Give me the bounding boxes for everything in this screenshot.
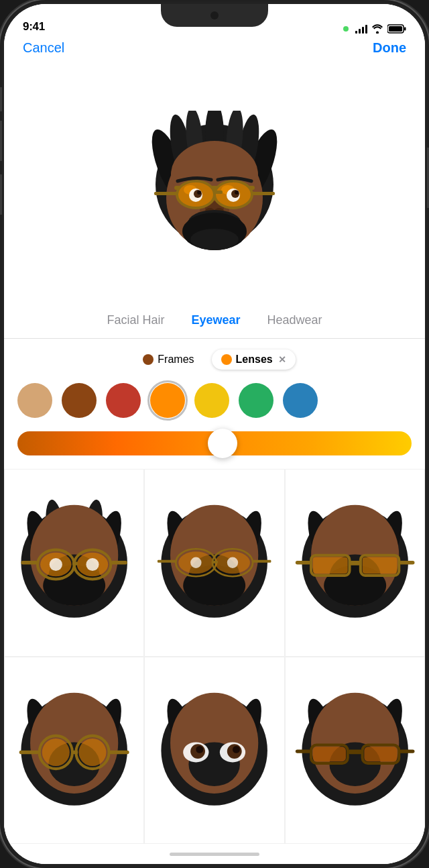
home-bar: [170, 853, 259, 856]
cancel-button[interactable]: Cancel: [23, 40, 64, 56]
swatch-brown[interactable]: [62, 383, 97, 418]
svg-rect-27: [213, 191, 223, 194]
swatch-orange[interactable]: [150, 383, 185, 418]
home-indicator: [4, 844, 425, 864]
svg-rect-49: [21, 561, 38, 564]
svg-rect-65: [253, 560, 271, 563]
tab-headwear[interactable]: Headwear: [254, 311, 336, 330]
volume-down-button[interactable]: [0, 174, 2, 215]
memoji-style-6: [291, 663, 419, 838]
svg-rect-90: [72, 750, 78, 753]
phone-screen: 9:41: [4, 4, 425, 864]
done-button[interactable]: Done: [373, 40, 406, 56]
swatch-blue[interactable]: [283, 383, 318, 418]
svg-point-87: [42, 738, 70, 765]
svg-rect-114: [295, 749, 310, 753]
swatch-green[interactable]: [239, 383, 273, 418]
svg-rect-77: [362, 557, 397, 574]
memoji-cell-3[interactable]: [285, 469, 425, 657]
status-time: 9:41: [23, 20, 45, 34]
wifi-icon: [371, 24, 383, 34]
svg-rect-112: [364, 747, 397, 761]
phone-frame: 9:41: [0, 0, 429, 868]
lenses-dot: [221, 354, 232, 365]
status-icons: [343, 24, 406, 34]
screen-content: 9:41: [4, 4, 425, 864]
svg-rect-78: [349, 561, 360, 565]
svg-rect-92: [109, 750, 129, 753]
color-slider-container: [4, 429, 425, 469]
memoji-face-svg: [141, 111, 288, 258]
memoji-cell-5[interactable]: [144, 657, 284, 845]
svg-point-103: [233, 745, 240, 753]
color-slider-track[interactable]: [17, 431, 412, 455]
svg-point-32: [197, 191, 201, 195]
memoji-cell-6[interactable]: [285, 657, 425, 845]
swatch-yellow[interactable]: [194, 383, 229, 418]
svg-rect-75: [312, 557, 347, 574]
svg-point-35: [235, 191, 239, 195]
lenses-label: Lenses: [236, 354, 273, 366]
svg-rect-115: [399, 749, 414, 753]
memoji-main-avatar: [141, 111, 288, 258]
camera-dot: [210, 11, 219, 19]
tab-eyewear[interactable]: Eyewear: [178, 311, 253, 330]
svg-point-100: [196, 745, 204, 753]
memoji-style-3: [291, 475, 419, 651]
svg-point-52: [86, 558, 99, 571]
filter-row: Frames Lenses ✕: [4, 339, 425, 380]
memoji-cell-1[interactable]: [4, 469, 144, 657]
notch: [161, 4, 268, 27]
svg-rect-113: [347, 749, 362, 754]
svg-rect-64: [158, 560, 176, 563]
swatch-red[interactable]: [106, 383, 141, 418]
memoji-preview-area: [4, 64, 425, 305]
svg-rect-91: [19, 750, 40, 753]
frames-dot: [143, 354, 154, 365]
memoji-style-grid: [4, 469, 425, 844]
svg-rect-79: [295, 561, 310, 564]
svg-rect-1: [404, 28, 406, 31]
svg-rect-48: [72, 561, 78, 565]
svg-rect-80: [399, 561, 414, 564]
silent-button[interactable]: [0, 87, 2, 111]
battery-icon: [387, 24, 406, 34]
svg-rect-50: [111, 561, 127, 564]
memoji-style-4: [10, 663, 138, 838]
tab-facial-hair[interactable]: Facial Hair: [93, 311, 178, 330]
lenses-close-icon[interactable]: ✕: [278, 354, 286, 365]
svg-rect-63: [212, 561, 218, 563]
svg-rect-28: [154, 192, 177, 195]
color-slider-thumb[interactable]: [208, 429, 237, 458]
memoji-style-2: [150, 475, 278, 651]
svg-point-89: [78, 738, 106, 765]
color-swatches-row: [4, 380, 425, 429]
swatch-tan[interactable]: [17, 383, 52, 418]
category-tabs: Facial Hair Eyewear Headwear: [4, 305, 425, 339]
memoji-style-1: [10, 475, 138, 651]
svg-rect-2: [389, 26, 402, 32]
svg-point-19: [190, 229, 239, 250]
signal-icon: [355, 24, 367, 34]
green-indicator: [343, 26, 349, 32]
filter-frames[interactable]: Frames: [133, 349, 203, 370]
svg-point-67: [227, 557, 238, 568]
volume-up-button[interactable]: [0, 121, 2, 161]
svg-point-51: [50, 558, 62, 571]
svg-rect-110: [312, 747, 345, 761]
filter-lenses[interactable]: Lenses ✕: [212, 349, 296, 370]
memoji-cell-2[interactable]: [144, 469, 284, 657]
memoji-style-5: [150, 663, 278, 838]
frames-label: Frames: [158, 354, 194, 366]
memoji-cell-4[interactable]: [4, 657, 144, 845]
svg-rect-29: [252, 192, 275, 195]
svg-point-66: [190, 557, 201, 568]
